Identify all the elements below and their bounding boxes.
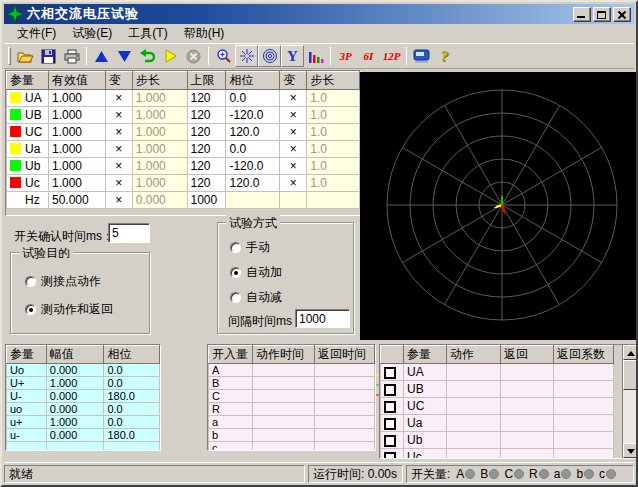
radio-contact-action[interactable]: 测接点动作 xyxy=(25,273,101,290)
cell[interactable]: 120.0 xyxy=(226,175,280,192)
cell[interactable]: Uc xyxy=(7,175,49,192)
cell[interactable]: 0.0 xyxy=(226,90,280,107)
cell[interactable]: 1.000 xyxy=(48,141,105,158)
menu-tools[interactable]: 工具(T) xyxy=(121,24,174,43)
cell[interactable]: 1.000 xyxy=(48,124,105,141)
row-checkbox[interactable] xyxy=(384,418,396,430)
radio-auto-decrease[interactable]: 自动减 xyxy=(230,289,282,306)
maximize-button[interactable] xyxy=(593,7,611,22)
cell[interactable]: UC xyxy=(7,124,49,141)
cell[interactable] xyxy=(307,192,360,209)
start-button[interactable] xyxy=(159,45,182,67)
cell[interactable]: 1.000 xyxy=(132,124,187,141)
cell[interactable]: × xyxy=(105,141,132,158)
cell[interactable]: 1.000 xyxy=(48,107,105,124)
cell[interactable]: 1.0 xyxy=(307,175,360,192)
device-button[interactable] xyxy=(410,45,433,67)
cell[interactable]: 120.0 xyxy=(226,124,280,141)
mode-3p-button[interactable]: 3P xyxy=(334,45,357,67)
cell[interactable]: 1.000 xyxy=(48,90,105,107)
radio-auto-increase[interactable]: 自动加 xyxy=(230,264,282,281)
radio-action-return[interactable]: 测动作和返回 xyxy=(25,301,113,318)
radio-icon[interactable] xyxy=(230,242,241,253)
cell[interactable]: -120.0 xyxy=(226,158,280,175)
zoom-button[interactable] xyxy=(212,45,235,67)
cell[interactable]: × xyxy=(105,175,132,192)
cell[interactable]: 120 xyxy=(187,141,226,158)
cell[interactable]: × xyxy=(280,158,307,175)
radio-icon[interactable] xyxy=(25,276,36,287)
cell[interactable]: 0.000 xyxy=(132,192,187,209)
bar-chart-button[interactable] xyxy=(304,45,327,67)
radio-manual[interactable]: 手动 xyxy=(230,239,270,256)
row-checkbox[interactable] xyxy=(384,367,396,379)
radio-icon[interactable] xyxy=(230,292,241,303)
menu-help[interactable]: 帮助(H) xyxy=(177,24,232,43)
row-checkbox[interactable] xyxy=(384,435,396,447)
cell[interactable]: 0.0 xyxy=(226,141,280,158)
decrease-button[interactable] xyxy=(113,45,136,67)
menu-file[interactable]: 文件(F) xyxy=(10,24,63,43)
row-checkbox[interactable] xyxy=(384,401,396,413)
cell[interactable]: 1.0 xyxy=(307,90,360,107)
mode-12p-button[interactable]: 12P xyxy=(380,45,403,67)
cell[interactable]: UB xyxy=(7,107,49,124)
confirm-time-input[interactable] xyxy=(108,223,150,243)
mode-6i-button[interactable]: 6I xyxy=(357,45,380,67)
toolbar-grip[interactable] xyxy=(8,47,11,65)
cell[interactable]: 1.000 xyxy=(48,158,105,175)
cell[interactable]: 1.000 xyxy=(132,141,187,158)
cell[interactable]: Hz xyxy=(7,192,49,209)
cell[interactable]: 1.0 xyxy=(307,124,360,141)
cell[interactable]: × xyxy=(280,175,307,192)
cell[interactable]: Ua xyxy=(7,141,49,158)
cell[interactable]: Ub xyxy=(7,158,49,175)
open-button[interactable] xyxy=(14,45,37,67)
cell[interactable]: × xyxy=(280,141,307,158)
cell[interactable]: 120 xyxy=(187,158,226,175)
scroll-thumb[interactable] xyxy=(623,360,638,390)
cell[interactable]: 120 xyxy=(187,124,226,141)
cell[interactable]: × xyxy=(105,124,132,141)
print-button[interactable] xyxy=(60,45,83,67)
cell[interactable]: UA xyxy=(7,90,49,107)
reset-button[interactable] xyxy=(136,45,159,67)
interval-input[interactable] xyxy=(295,309,350,328)
cell[interactable]: × xyxy=(105,192,132,209)
rays-view-button[interactable] xyxy=(235,45,258,67)
radio-icon[interactable] xyxy=(230,267,241,278)
cell[interactable]: × xyxy=(105,90,132,107)
cell[interactable]: × xyxy=(105,107,132,124)
circles-view-button[interactable] xyxy=(258,45,281,67)
cell[interactable]: 1.0 xyxy=(307,158,360,175)
scrollbar[interactable] xyxy=(622,345,638,458)
radio-icon[interactable] xyxy=(25,304,36,315)
cell[interactable]: 120 xyxy=(187,90,226,107)
scroll-down-button[interactable] xyxy=(623,443,638,458)
vector-view-button[interactable]: Y xyxy=(281,45,304,67)
cell[interactable] xyxy=(280,192,307,209)
row-checkbox[interactable] xyxy=(384,452,396,459)
cell[interactable]: 1.000 xyxy=(132,90,187,107)
cell[interactable]: 1.000 xyxy=(48,175,105,192)
cell[interactable]: 1.0 xyxy=(307,107,360,124)
cell[interactable]: 1.0 xyxy=(307,141,360,158)
minimize-button[interactable] xyxy=(573,7,591,22)
cell[interactable]: 1.000 xyxy=(132,175,187,192)
save-button[interactable] xyxy=(37,45,60,67)
cell[interactable]: × xyxy=(105,158,132,175)
close-button[interactable] xyxy=(613,7,631,22)
row-checkbox[interactable] xyxy=(384,384,396,396)
cell[interactable]: 120 xyxy=(187,175,226,192)
scroll-up-button[interactable] xyxy=(623,345,638,360)
cell[interactable]: × xyxy=(280,124,307,141)
cell[interactable] xyxy=(226,192,280,209)
cell[interactable]: 50.000 xyxy=(48,192,105,209)
cell[interactable]: 1.000 xyxy=(132,107,187,124)
help-button[interactable]: ? xyxy=(433,45,456,67)
menu-test[interactable]: 试验(E) xyxy=(65,24,119,43)
cell[interactable]: 1.000 xyxy=(132,158,187,175)
cell[interactable]: 1000 xyxy=(187,192,226,209)
cell[interactable]: × xyxy=(280,107,307,124)
cell[interactable]: 120 xyxy=(187,107,226,124)
